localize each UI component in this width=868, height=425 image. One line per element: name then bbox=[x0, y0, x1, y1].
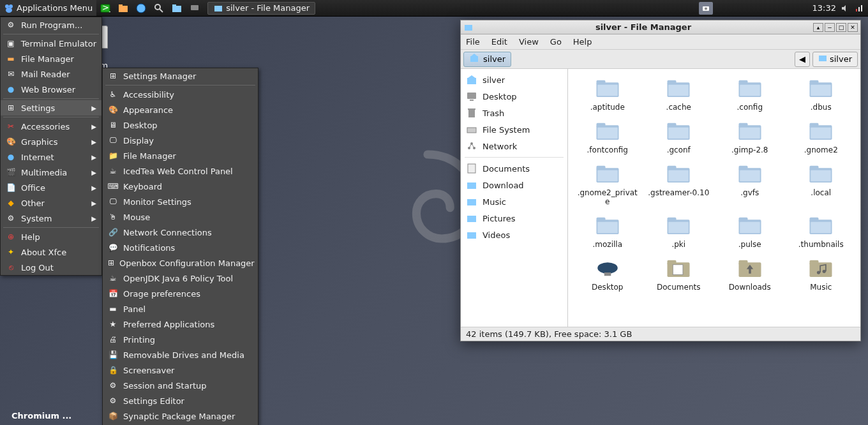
submenu-item[interactable]: 📅Orage preferences bbox=[103, 286, 258, 301]
launcher-terminal[interactable]: >_ bbox=[96, 0, 114, 16]
submenu-item[interactable]: 🔗Network Connections bbox=[103, 225, 258, 240]
applications-menu-button[interactable]: Applications Menu bbox=[0, 0, 96, 16]
submenu-item[interactable]: ⚙Settings Editor bbox=[103, 393, 258, 408]
sidebar-videos[interactable]: Videos bbox=[461, 227, 567, 243]
file-item[interactable]: Downloads bbox=[715, 254, 784, 294]
volume-icon[interactable] bbox=[840, 3, 850, 13]
submenu-item[interactable]: 🔒Screensaver bbox=[103, 362, 258, 378]
file-item[interactable]: .config bbox=[715, 74, 784, 114]
submenu-item[interactable]: ☕IcedTea Web Control Panel bbox=[103, 163, 258, 179]
sidebar-network[interactable]: Network bbox=[461, 138, 567, 154]
svg-rect-20 bbox=[465, 25, 472, 31]
menu-other[interactable]: ◆Other▶ bbox=[1, 195, 101, 211]
menu-graphics[interactable]: 🎨Graphics▶ bbox=[1, 134, 101, 149]
clock[interactable]: 13:32 bbox=[812, 3, 836, 13]
window-maximize-button[interactable]: □ bbox=[836, 23, 846, 32]
submenu-item[interactable]: 🖥Desktop bbox=[103, 117, 258, 133]
window-shade-button[interactable]: ▴ bbox=[813, 23, 823, 32]
launcher-search[interactable] bbox=[150, 0, 168, 16]
submenu-item[interactable]: 🎨Appearance bbox=[103, 102, 258, 117]
submenu-item[interactable]: ⊞Openbox Configuration Manager bbox=[103, 255, 258, 271]
menu-terminal[interactable]: ▣Terminal Emulator bbox=[1, 36, 101, 51]
breadcrumb-item[interactable]: silver bbox=[812, 52, 858, 67]
sidebar-documents[interactable]: Documents bbox=[461, 160, 567, 177]
menu-mail[interactable]: ✉Mail Reader bbox=[1, 66, 101, 82]
submenu-item[interactable]: ⚙Session and Startup bbox=[103, 378, 258, 393]
launcher-display[interactable] bbox=[186, 0, 204, 16]
launcher-folder2[interactable] bbox=[168, 0, 186, 16]
menu-logout[interactable]: ⎋Log Out bbox=[1, 260, 101, 275]
svg-line-34 bbox=[469, 144, 472, 148]
sidebar-pictures[interactable]: Pictures bbox=[461, 210, 567, 227]
sidebar-home[interactable]: silver bbox=[461, 71, 567, 88]
menu-run-program[interactable]: ⚙Run Program... bbox=[1, 17, 101, 33]
window-minimize-button[interactable]: − bbox=[825, 23, 835, 32]
menu-view[interactable]: View bbox=[519, 37, 539, 47]
taskbar-item-filemanager[interactable]: silver - File Manager bbox=[207, 2, 315, 15]
file-item[interactable]: .mozilla bbox=[573, 211, 642, 251]
window-close-button[interactable]: ✕ bbox=[848, 23, 858, 32]
menu-go[interactable]: Go bbox=[550, 37, 562, 47]
menu-about[interactable]: ✦About Xfce bbox=[1, 244, 101, 260]
submenu-item[interactable]: ▬Panel bbox=[103, 301, 258, 317]
submenu-item[interactable]: ⌨Keyboard bbox=[103, 179, 258, 194]
sidebar-download[interactable]: Download bbox=[461, 177, 567, 193]
sidebar-filesystem[interactable]: File System bbox=[461, 121, 567, 138]
menu-web[interactable]: ●Web Browser bbox=[1, 82, 101, 97]
menu-filemanager[interactable]: ▬File Manager bbox=[1, 51, 101, 66]
menu-internet[interactable]: ●Internet▶ bbox=[1, 149, 101, 165]
submenu-item[interactable]: ♿Accessibility bbox=[103, 87, 258, 102]
file-item[interactable]: .cache bbox=[645, 74, 714, 114]
file-item[interactable]: Desktop bbox=[573, 254, 642, 294]
settings-manager-icon: ⊞ bbox=[108, 71, 118, 81]
submenu-item[interactable]: 🖵Monitor Settings bbox=[103, 194, 258, 209]
network-icon[interactable] bbox=[854, 3, 864, 13]
sidebar-desktop[interactable]: Desktop bbox=[461, 88, 567, 105]
file-item[interactable]: .pki bbox=[645, 211, 714, 251]
menu-file[interactable]: File bbox=[466, 37, 480, 47]
file-item[interactable]: .gimp-2.8 bbox=[715, 117, 784, 157]
submenu-item[interactable]: 📦Synaptic Package Manager bbox=[103, 408, 258, 424]
file-item[interactable]: .gvfs bbox=[715, 160, 784, 209]
settings-item-icon: 🖵 bbox=[108, 135, 118, 145]
submenu-item[interactable]: 🖵Display bbox=[103, 133, 258, 148]
submenu-item[interactable]: 💾Removable Drives and Media bbox=[103, 347, 258, 362]
dock-item-chromium[interactable]: Chromium ... bbox=[6, 408, 77, 423]
file-item[interactable]: .thumbnails bbox=[787, 211, 856, 251]
submenu-item[interactable]: ☕OpenJDK Java 6 Policy Tool bbox=[103, 271, 258, 286]
file-item[interactable]: .pulse bbox=[715, 211, 784, 251]
menu-accessories[interactable]: ✂Accessories▶ bbox=[1, 119, 101, 134]
file-item[interactable]: .gconf bbox=[645, 117, 714, 157]
menu-multimedia[interactable]: 🎬Multimedia▶ bbox=[1, 165, 101, 180]
submenu-item[interactable]: ★Preferred Applications bbox=[103, 317, 258, 332]
file-item[interactable]: Documents bbox=[645, 254, 714, 294]
launcher-web[interactable] bbox=[132, 0, 150, 16]
menu-edit[interactable]: Edit bbox=[491, 37, 507, 47]
menu-help[interactable]: Help bbox=[573, 37, 592, 47]
submenu-item[interactable]: 💬Notifications bbox=[103, 240, 258, 255]
sidebar-trash[interactable]: Trash bbox=[461, 105, 567, 121]
submenu-item[interactable]: 🖱Mouse bbox=[103, 209, 258, 225]
window-titlebar[interactable]: silver - File Manager ▴ − □ ✕ bbox=[461, 20, 860, 34]
menu-settings-manager[interactable]: ⊞Settings Manager bbox=[103, 68, 258, 84]
file-item[interactable]: .dbus bbox=[787, 74, 856, 114]
file-item[interactable]: .gstreamer-0.10 bbox=[645, 160, 714, 209]
back-button[interactable]: ◀ bbox=[795, 52, 810, 67]
file-item[interactable]: .fontconfig bbox=[573, 117, 642, 157]
menu-help[interactable]: ⊕Help bbox=[1, 229, 101, 244]
tray-camera-icon[interactable] bbox=[699, 2, 713, 15]
file-item[interactable]: .local bbox=[787, 160, 856, 209]
menu-settings[interactable]: ⊞Settings▶ bbox=[1, 100, 101, 116]
menu-system[interactable]: ⚙System▶ bbox=[1, 211, 101, 226]
sidebar-music[interactable]: Music bbox=[461, 193, 567, 210]
file-item[interactable]: Music bbox=[787, 254, 856, 294]
launcher-files[interactable] bbox=[114, 0, 132, 16]
location-bar[interactable]: silver bbox=[463, 52, 511, 67]
file-item[interactable]: .gnome2 bbox=[787, 117, 856, 157]
file-item[interactable]: .aptitude bbox=[573, 74, 642, 114]
menu-office[interactable]: 📄Office▶ bbox=[1, 180, 101, 195]
file-item[interactable]: .gnome2_private bbox=[573, 160, 642, 209]
file-manager-content[interactable]: .aptitude.cache.config.dbus.fontconfig.g… bbox=[568, 69, 860, 327]
submenu-item[interactable]: 📁File Manager bbox=[103, 148, 258, 163]
submenu-item[interactable]: 🖨Printing bbox=[103, 332, 258, 347]
